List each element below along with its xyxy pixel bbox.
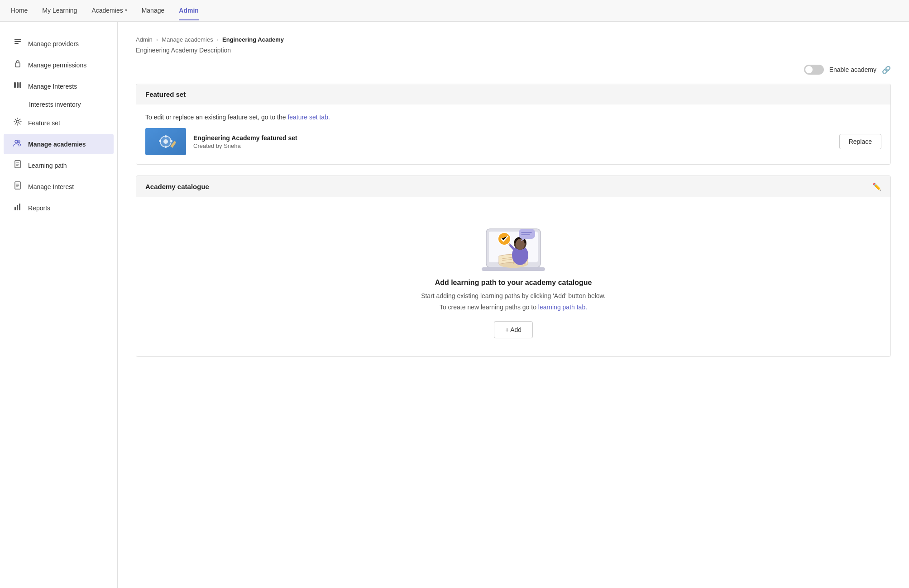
main-content: Admin › Manage academies › Engineering A…	[118, 22, 909, 588]
svg-rect-26	[159, 140, 161, 142]
sidebar-item-manage-academies[interactable]: Manage academies	[4, 134, 114, 154]
link-icon: 🔗	[882, 66, 891, 74]
featured-item-title: Engineering Academy featured set	[193, 134, 832, 142]
feature-set-icon	[13, 117, 23, 128]
sidebar-item-manage-interests[interactable]: Manage Interests	[4, 76, 114, 96]
catalogue-sub-text-1: Start adding existing learning paths by …	[421, 291, 606, 301]
svg-rect-4	[14, 82, 16, 88]
svg-point-23	[163, 139, 168, 144]
svg-rect-3	[15, 63, 20, 67]
svg-rect-25	[165, 146, 167, 148]
svg-rect-20	[19, 204, 20, 210]
featured-item-row: Engineering Academy featured set Created…	[145, 128, 881, 155]
catalogue-edit-icon[interactable]: ✏️	[872, 182, 881, 191]
manage-academies-icon	[13, 138, 23, 150]
add-button[interactable]: + Add	[494, 321, 533, 338]
academies-dropdown-icon: ▾	[125, 8, 127, 13]
replace-button[interactable]: Replace	[839, 134, 881, 149]
feature-set-tab-link[interactable]: feature set tab.	[287, 114, 330, 121]
catalogue-illustration	[477, 215, 550, 279]
catalogue-sub-text-2: To create new learning paths go to learn…	[440, 303, 587, 312]
sidebar-item-manage-providers[interactable]: Manage providers	[4, 33, 114, 54]
breadcrumb-sep-2: ›	[217, 36, 219, 43]
manage-interests-icon	[13, 81, 23, 92]
breadcrumb-manage-academies: Manage academies	[162, 36, 213, 43]
svg-rect-42	[519, 229, 535, 239]
sidebar: Manage providers Manage permissions Mana…	[0, 22, 118, 588]
svg-rect-30	[482, 267, 545, 271]
svg-point-9	[18, 141, 20, 142]
top-navigation: Home My Learning Academies ▾ Manage Admi…	[0, 0, 909, 22]
svg-rect-24	[165, 135, 167, 138]
nav-academies[interactable]: Academies ▾	[91, 1, 127, 20]
svg-rect-19	[17, 205, 18, 210]
enable-academy-toggle[interactable]	[804, 65, 824, 75]
featured-set-description: To edit or replace an existing feature s…	[145, 114, 881, 121]
svg-rect-2	[14, 43, 19, 44]
catalogue-header: Academy catalogue ✏️	[136, 176, 890, 197]
catalogue-body: Add learning path to your academy catalo…	[136, 197, 890, 356]
svg-rect-6	[19, 82, 21, 88]
nav-manage[interactable]: Manage	[142, 1, 165, 20]
manage-providers-icon	[13, 38, 23, 49]
manage-interest-icon	[13, 181, 23, 192]
breadcrumb-admin: Admin	[136, 36, 153, 43]
breadcrumb-sep-1: ›	[156, 36, 158, 43]
manage-permissions-icon	[13, 59, 23, 71]
svg-point-38	[516, 239, 525, 250]
reports-icon	[13, 202, 23, 213]
nav-home[interactable]: Home	[11, 1, 28, 20]
academy-catalogue-section: Academy catalogue ✏️	[136, 175, 891, 357]
catalogue-main-text: Add learning path to your academy catalo…	[435, 279, 592, 287]
learning-path-tab-link[interactable]: learning path tab.	[538, 303, 587, 311]
app-layout: Manage providers Manage permissions Mana…	[0, 22, 909, 588]
svg-rect-5	[17, 82, 19, 88]
sidebar-item-feature-set[interactable]: Feature set	[4, 113, 114, 133]
catalogue-title: Academy catalogue	[145, 183, 209, 190]
featured-set-title: Featured set	[145, 90, 186, 98]
featured-thumbnail	[145, 128, 186, 155]
toggle-row: Enable academy 🔗	[136, 65, 891, 75]
sidebar-item-reports[interactable]: Reports	[4, 198, 114, 218]
featured-item-info: Engineering Academy featured set Created…	[193, 134, 832, 149]
svg-rect-0	[14, 39, 21, 40]
svg-point-7	[16, 120, 19, 123]
sidebar-item-manage-permissions[interactable]: Manage permissions	[4, 55, 114, 75]
svg-point-8	[15, 140, 18, 143]
svg-rect-18	[14, 207, 16, 210]
featured-set-header: Featured set	[136, 84, 890, 104]
sidebar-item-manage-interest[interactable]: Manage Interest	[4, 176, 114, 197]
enable-academy-label: Enable academy	[829, 66, 876, 73]
breadcrumb: Admin › Manage academies › Engineering A…	[136, 36, 891, 43]
nav-my-learning[interactable]: My Learning	[42, 1, 77, 20]
svg-rect-1	[14, 41, 21, 42]
featured-set-section: Featured set To edit or replace an exist…	[136, 84, 891, 165]
sidebar-item-interests-inventory[interactable]: Interests inventory	[4, 97, 114, 112]
featured-item-sub: Created by Sneha	[193, 142, 832, 149]
nav-admin[interactable]: Admin	[179, 1, 199, 20]
svg-rect-27	[170, 140, 172, 142]
sidebar-item-learning-path[interactable]: Learning path	[4, 155, 114, 175]
featured-set-body: To edit or replace an existing feature s…	[136, 104, 890, 164]
learning-path-icon	[13, 160, 23, 171]
breadcrumb-current: Engineering Academy	[222, 36, 284, 43]
page-description: Engineering Academy Description	[136, 47, 891, 54]
